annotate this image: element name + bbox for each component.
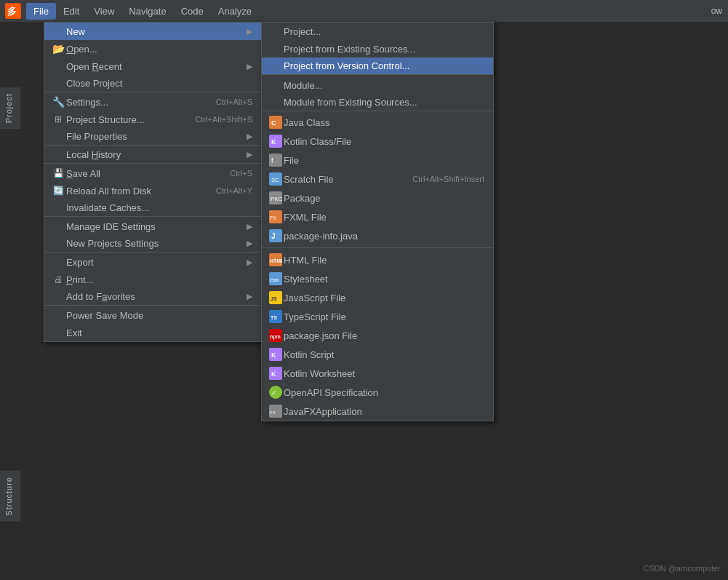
reload-label: Reload All from Disk bbox=[66, 186, 201, 196]
package-info-icon: J bbox=[268, 229, 284, 242]
print-label: Print... bbox=[66, 274, 252, 285]
project-existing-label: Project from Existing Sources... bbox=[284, 44, 484, 55]
settings-label: Settings... bbox=[66, 97, 201, 108]
save-all-label: Save All bbox=[66, 168, 215, 179]
menu-item-power-save[interactable]: Power Save Mode bbox=[44, 306, 261, 324]
svg-text:✓: ✓ bbox=[271, 389, 277, 397]
file-dropdown: New ▶ 📂 Open... Open Recent ▶ Close Proj… bbox=[44, 22, 262, 342]
svg-text:CSS: CSS bbox=[270, 278, 279, 282]
project-vcs-label: Project from Version Control... bbox=[284, 60, 484, 71]
menu-item-new[interactable]: New ▶ bbox=[44, 23, 261, 40]
submenu-item-fxml-file[interactable]: FX FXML File bbox=[262, 207, 493, 226]
menu-item-manage-ide[interactable]: Manage IDE Settings ▶ bbox=[44, 218, 261, 235]
new-projects-arrow: ▶ bbox=[247, 239, 252, 248]
js-file-label: JavaScript File bbox=[284, 293, 484, 303]
js-file-icon: JS bbox=[268, 291, 284, 304]
open-recent-arrow: ▶ bbox=[247, 62, 252, 71]
export-arrow: ▶ bbox=[247, 258, 252, 267]
module-existing-label: Module from Existing Sources... bbox=[284, 97, 484, 108]
submenu-item-project-vcs[interactable]: Project from Version Control... bbox=[262, 57, 493, 75]
scratch-file-icon: SC bbox=[268, 172, 284, 186]
svg-text:J: J bbox=[271, 232, 276, 240]
menu-view[interactable]: View bbox=[87, 3, 121, 20]
reload-icon: 🔄 bbox=[50, 186, 66, 196]
kotlin-worksheet-icon: K bbox=[268, 367, 284, 380]
file-properties-arrow: ▶ bbox=[247, 132, 252, 141]
menu-item-local-history[interactable]: Local History ▶ bbox=[44, 146, 261, 164]
menu-navigate[interactable]: Navigate bbox=[121, 3, 173, 20]
kotlin-class-label: Kotlin Class/File bbox=[284, 136, 484, 147]
menubar: 多 File Edit View Navigate Code Analyze o… bbox=[0, 0, 728, 22]
svg-text:FX: FX bbox=[270, 410, 276, 415]
menu-item-export[interactable]: Export ▶ bbox=[44, 253, 261, 271]
open-icon: 📂 bbox=[50, 43, 66, 55]
menu-item-add-favorites[interactable]: Add to Favorites ▶ bbox=[44, 288, 261, 306]
kotlin-class-icon: K bbox=[268, 135, 284, 148]
scratch-file-shortcut: Ctrl+Alt+Shift+Insert bbox=[412, 175, 484, 183]
menu-item-file-properties[interactable]: File Properties ▶ bbox=[44, 128, 261, 146]
openapi-label: OpenAPI Specification bbox=[284, 387, 484, 398]
svg-text:npm: npm bbox=[270, 334, 281, 340]
menu-file[interactable]: File bbox=[26, 3, 56, 20]
fxml-file-label: FXML File bbox=[284, 212, 484, 223]
submenu-item-kotlin-worksheet[interactable]: K Kotlin Worksheet bbox=[262, 364, 493, 383]
kotlin-script-label: Kotlin Script bbox=[284, 349, 484, 360]
menu-item-open[interactable]: 📂 Open... bbox=[44, 40, 261, 57]
invalidate-label: Invalidate Caches... bbox=[66, 202, 252, 213]
submenu-item-module-existing[interactable]: Module from Existing Sources... bbox=[262, 94, 493, 111]
add-favorites-arrow: ▶ bbox=[247, 292, 252, 301]
project-structure-icon: ⊞ bbox=[50, 114, 66, 124]
stylesheet-label: Stylesheet bbox=[284, 274, 484, 285]
sidebar-project[interactable]: Project bbox=[0, 87, 20, 129]
sidebar-structure[interactable]: Structure bbox=[0, 471, 20, 522]
svg-text:C: C bbox=[271, 119, 276, 127]
menu-item-invalidate[interactable]: Invalidate Caches... bbox=[44, 199, 261, 217]
menu-item-reload[interactable]: 🔄 Reload All from Disk Ctrl+Alt+Y bbox=[44, 182, 261, 199]
module-label: Module... bbox=[284, 80, 484, 91]
menu-item-settings[interactable]: 🔧 Settings... Ctrl+Alt+S bbox=[44, 93, 261, 111]
reload-shortcut: Ctrl+Alt+Y bbox=[216, 186, 252, 195]
menu-item-open-recent[interactable]: Open Recent ▶ bbox=[44, 57, 261, 75]
submenu-item-openapi[interactable]: ✓ OpenAPI Specification bbox=[262, 383, 493, 402]
submenu-item-kotlin-class[interactable]: K Kotlin Class/File bbox=[262, 132, 493, 151]
submenu-item-javafx[interactable]: FX JavaFXApplication bbox=[262, 402, 493, 421]
submenu-item-npm-file[interactable]: npm package.json File bbox=[262, 326, 493, 345]
svg-text:HTML: HTML bbox=[270, 258, 282, 263]
submenu-item-ts-file[interactable]: TS TypeScript File bbox=[262, 307, 493, 326]
menu-item-save-all[interactable]: 💾 Save All Ctrl+S bbox=[44, 164, 261, 182]
svg-text:JS: JS bbox=[271, 296, 277, 301]
top-right-text: ow bbox=[711, 0, 728, 22]
new-projects-label: New Projects Settings bbox=[66, 238, 241, 249]
submenu-item-module[interactable]: Module... bbox=[262, 76, 493, 94]
menu-item-new-projects[interactable]: New Projects Settings ▶ bbox=[44, 235, 261, 253]
menu-item-print[interactable]: 🖨 Print... bbox=[44, 271, 261, 288]
submenu-item-java-class[interactable]: C Java Class bbox=[262, 113, 493, 132]
submenu-item-project[interactable]: Project... bbox=[262, 23, 493, 40]
submenu-item-package[interactable]: PKG Package bbox=[262, 188, 493, 207]
menu-edit[interactable]: Edit bbox=[56, 3, 87, 20]
file-icon: f bbox=[268, 154, 284, 167]
kotlin-worksheet-label: Kotlin Worksheet bbox=[284, 368, 484, 379]
submenu-item-js-file[interactable]: JS JavaScript File bbox=[262, 288, 493, 307]
submenu-item-project-existing[interactable]: Project from Existing Sources... bbox=[262, 40, 493, 57]
svg-text:K: K bbox=[271, 138, 276, 146]
submenu-item-html-file[interactable]: HTML HTML File bbox=[262, 250, 493, 269]
menu-code[interactable]: Code bbox=[174, 3, 211, 20]
submenu-item-kotlin-script[interactable]: K Kotlin Script bbox=[262, 345, 493, 364]
save-all-icon: 💾 bbox=[50, 168, 66, 178]
new-arrow: ▶ bbox=[247, 27, 252, 36]
submenu-item-scratch-file[interactable]: SC Scratch File Ctrl+Alt+Shift+Insert bbox=[262, 170, 493, 188]
stylesheet-icon: CSS bbox=[268, 272, 284, 285]
package-icon: PKG bbox=[268, 191, 284, 204]
npm-file-icon: npm bbox=[268, 329, 284, 342]
submenu-item-package-info[interactable]: J package-info.java bbox=[262, 226, 493, 245]
menu-item-project-structure[interactable]: ⊞ Project Structure... Ctrl+Alt+Shift+S bbox=[44, 111, 261, 128]
menu-item-exit[interactable]: Exit bbox=[44, 324, 261, 341]
manage-ide-label: Manage IDE Settings bbox=[66, 221, 241, 232]
local-history-label: Local History bbox=[66, 149, 241, 160]
submenu-item-stylesheet[interactable]: CSS Stylesheet bbox=[262, 269, 493, 288]
html-file-label: HTML File bbox=[284, 255, 484, 266]
menu-analyze[interactable]: Analyze bbox=[211, 3, 259, 20]
submenu-item-file[interactable]: f File bbox=[262, 151, 493, 170]
menu-item-close-project[interactable]: Close Project bbox=[44, 75, 261, 92]
